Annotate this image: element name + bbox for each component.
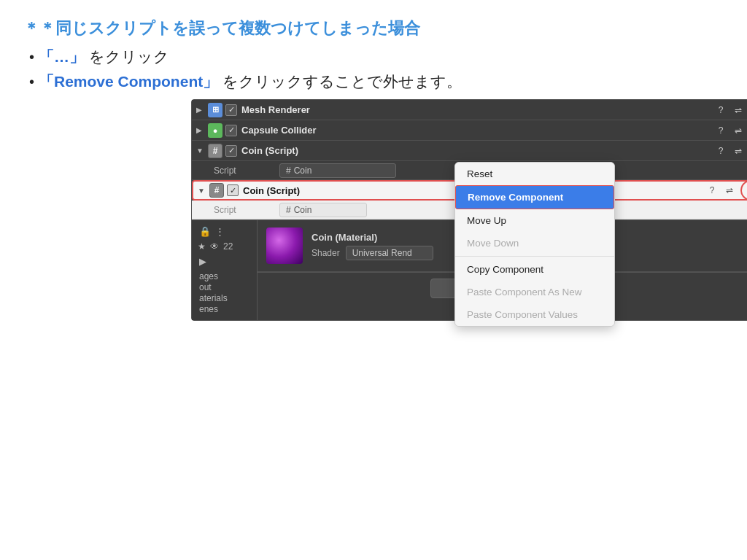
script-label-highlighted: Script [214, 205, 279, 215]
sidebar-item-enes: enes [199, 304, 252, 314]
page-container: ＊＊同じスクリプトを誤って複数つけてしまった場合 • 「…」 をクリック • 「… [0, 0, 747, 560]
bullet-item-1: • 「…」 をクリック [29, 47, 724, 67]
coin-script-checkbox-highlighted[interactable]: ✓ [227, 184, 239, 196]
mesh-renderer-arrow: ▶ [196, 106, 208, 114]
bullet-dot-2: • [29, 74, 34, 90]
mesh-renderer-help[interactable]: ? [714, 104, 727, 117]
coin-script-actions-1: ? ⇌ ⋮ [714, 144, 747, 158]
coin-script-settings-1[interactable]: ⇌ [732, 144, 745, 158]
capsule-collider-settings[interactable]: ⇌ [732, 124, 745, 137]
menu-item-paste-as-new: Paste Component As New [455, 281, 614, 303]
script-value-highlighted[interactable]: # Coin [279, 203, 367, 217]
bullet-dot-1: • [29, 49, 34, 66]
material-thumbnail [266, 228, 303, 264]
shader-label: Shader [311, 248, 340, 258]
coin-script-icon-highlighted: # [209, 183, 224, 198]
capsule-collider-icon: ● [208, 123, 222, 138]
sidebar-star-row: ★ 👁 22 [196, 241, 252, 252]
script-hash-icon: # [286, 166, 291, 176]
bullet-2-text: をクリックすることで外せます。 [222, 71, 462, 92]
capsule-collider-help[interactable]: ? [714, 124, 727, 137]
view-count: 22 [223, 241, 233, 252]
script-name-1: Coin [294, 166, 312, 176]
capsule-collider-checkbox[interactable]: ✓ [225, 125, 237, 136]
star-icon: ★ [198, 241, 206, 252]
coin-script-settings-highlighted[interactable]: ⇌ [723, 184, 736, 197]
coin-script-label-1: Coin (Script) [241, 145, 714, 156]
mesh-renderer-settings[interactable]: ⇌ [732, 104, 745, 117]
title-text: ＊同じスクリプトを誤って複数つけてしまった場合 [39, 19, 420, 37]
title-section: ＊＊同じスクリプトを誤って複数つけてしまった場合 • 「…」 をクリック • 「… [23, 18, 724, 92]
menu-item-move-down: Move Down [455, 232, 614, 254]
script-hash-icon-2: # [286, 205, 291, 215]
mesh-renderer-actions: ? ⇌ ⋮ [714, 104, 747, 117]
coin-script-check-1: ✓ [228, 146, 235, 155]
eye-icon: 👁 [210, 241, 219, 252]
coin-script-arrow-highlighted: ▼ [198, 187, 209, 195]
capsule-collider-actions: ? ⇌ ⋮ [714, 124, 747, 137]
coin-script-menu-circle: ⋮ [740, 180, 747, 201]
menu-item-paste-values: Paste Component Values [455, 303, 614, 326]
sidebar-arrow-icon[interactable]: ▶ [196, 256, 252, 267]
sidebar-item-aterials: aterials [199, 293, 252, 303]
coin-script-help-highlighted[interactable]: ? [705, 184, 719, 197]
coin-script-help-1[interactable]: ? [714, 144, 727, 158]
script-value-1[interactable]: # Coin [279, 163, 396, 178]
shader-value[interactable]: Universal Rend [346, 246, 433, 260]
menu-item-reset[interactable]: Reset [455, 163, 614, 185]
coin-script-check-highlighted: ✓ [230, 186, 236, 195]
main-title: ＊＊同じスクリプトを誤って複数つけてしまった場合 [23, 18, 724, 39]
capsule-collider-label: Capsule Collider [241, 125, 714, 136]
script-label-1: Script [214, 166, 279, 176]
bullet-list: • 「…」 をクリック • 「Remove Component」 をクリックする… [29, 47, 724, 92]
mesh-renderer-label: Mesh Renderer [241, 104, 714, 115]
inspector-area: ▶ ⊞ ✓ Mesh Renderer ? ⇌ ⋮ ▶ ● ✓ Capsule … [104, 99, 702, 321]
capsule-collider-check: ✓ [228, 125, 235, 135]
sidebar-items: ages out aterials enes [196, 271, 252, 314]
capsule-collider-arrow: ▶ [196, 126, 208, 134]
ellipsis-icon-sidebar[interactable]: ⋮ [215, 226, 225, 237]
coin-script-checkbox-1[interactable]: ✓ [225, 145, 237, 157]
lock-icon: 🔒 [199, 226, 211, 237]
left-mini-sidebar: 🔒 ⋮ ★ 👁 22 ▶ ages out aterials enes [192, 220, 258, 320]
coin-script-menu-highlighted[interactable]: ⋮ [744, 184, 747, 197]
bullet-item-2: • 「Remove Component」 をクリックすることで外せます。 [29, 71, 724, 92]
coin-script-arrow-1: ▼ [196, 147, 208, 155]
script-name-highlighted: Coin [294, 205, 312, 215]
menu-item-remove-component[interactable]: Remove Component [455, 185, 614, 209]
mesh-renderer-icon: ⊞ [208, 103, 222, 117]
coin-script-actions-highlighted: ? ⇌ ⋮ [705, 180, 747, 201]
sidebar-lock-row: 🔒 ⋮ [196, 226, 252, 237]
menu-item-move-up[interactable]: Move Up [455, 209, 614, 232]
mesh-renderer-checkbox[interactable]: ✓ [225, 104, 237, 116]
sidebar-item-out: out [199, 282, 252, 292]
bullet-2-highlight: 「Remove Component」 [39, 71, 218, 92]
context-menu-wrapper: Reset Remove Component Move Up Move Down… [454, 162, 615, 327]
coin-script-row-1[interactable]: ▼ # ✓ Coin (Script) ? ⇌ ⋮ [192, 141, 747, 161]
menu-separator [455, 256, 614, 257]
mesh-renderer-row[interactable]: ▶ ⊞ ✓ Mesh Renderer ? ⇌ ⋮ [192, 100, 747, 120]
shader-value-text: Universal Rend [352, 248, 412, 258]
mesh-renderer-check: ✓ [228, 105, 235, 114]
coin-script-icon-1: # [208, 144, 222, 158]
bullet-1-highlight: 「…」 [39, 47, 85, 67]
menu-item-copy-component[interactable]: Copy Component [455, 258, 614, 281]
asterisk: ＊ [23, 19, 39, 37]
sidebar-item-ages: ages [199, 271, 252, 281]
unity-panel: ▶ ⊞ ✓ Mesh Renderer ? ⇌ ⋮ ▶ ● ✓ Capsule … [191, 99, 747, 321]
capsule-collider-row[interactable]: ▶ ● ✓ Capsule Collider ? ⇌ ⋮ [192, 120, 747, 141]
bullet-1-text: をクリック [89, 47, 169, 67]
context-menu: Reset Remove Component Move Up Move Down… [454, 162, 615, 327]
